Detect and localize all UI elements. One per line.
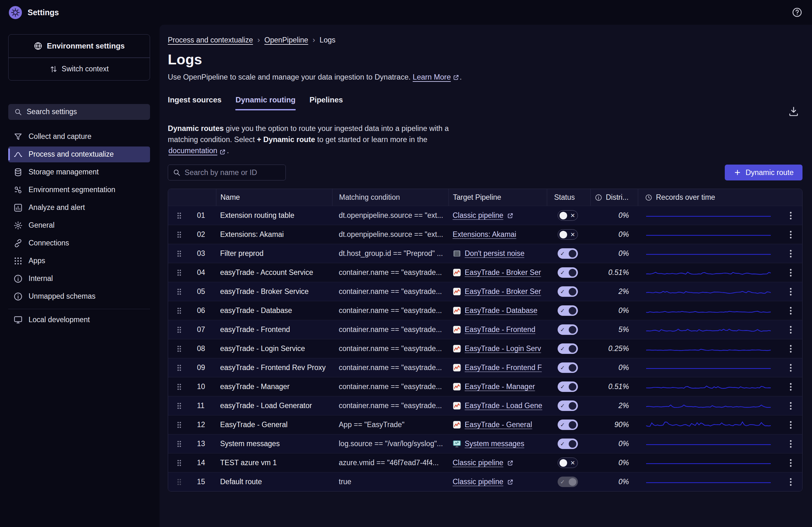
- sidebar-item-connections[interactable]: Connections: [8, 235, 150, 251]
- target-pipeline-link[interactable]: System messages: [453, 439, 524, 448]
- route-name: easyTrade - Account Service: [216, 268, 332, 277]
- status-toggle[interactable]: ✓: [557, 400, 578, 411]
- status-toggle[interactable]: ✓: [557, 381, 578, 392]
- sidebar-item-general[interactable]: General: [8, 218, 150, 233]
- kebab-menu-icon[interactable]: [789, 458, 792, 467]
- status-toggle[interactable]: ✓: [557, 305, 578, 316]
- drag-handle-icon[interactable]: [177, 402, 182, 410]
- drag-handle-icon[interactable]: [177, 307, 182, 314]
- download-button[interactable]: [788, 106, 799, 117]
- kebab-menu-icon[interactable]: [789, 268, 792, 277]
- header-name: Name: [216, 189, 332, 206]
- status-toggle[interactable]: ✓: [557, 477, 578, 487]
- target-pipeline-link[interactable]: EasyTrade - Database: [453, 306, 537, 315]
- add-dynamic-route-button[interactable]: Dynamic route: [725, 164, 803, 180]
- drag-handle-icon[interactable]: [177, 288, 182, 295]
- drag-handle-icon[interactable]: [177, 250, 182, 258]
- tab-dynamic-routing[interactable]: Dynamic routing: [235, 96, 295, 111]
- kebab-menu-icon[interactable]: [789, 439, 792, 448]
- kebab-menu-icon[interactable]: [789, 401, 792, 410]
- drag-handle-icon[interactable]: [177, 478, 182, 486]
- target-pipeline-link[interactable]: Classic pipeline: [453, 458, 514, 467]
- kebab-menu-icon[interactable]: [789, 306, 792, 315]
- route-search-input[interactable]: [168, 164, 286, 180]
- status-toggle[interactable]: ✓: [557, 363, 578, 373]
- drag-cell: [168, 421, 190, 429]
- target-cell: EasyTrade - Broker Ser: [449, 268, 547, 277]
- kebab-menu-icon[interactable]: [789, 211, 792, 220]
- matching-condition: dt.host_group.id == "Preprod" ...: [332, 249, 449, 258]
- tab-pipelines[interactable]: Pipelines: [309, 96, 343, 111]
- status-toggle[interactable]: ✓: [557, 439, 578, 449]
- kebab-menu-icon[interactable]: [789, 478, 792, 486]
- target-pipeline-link[interactable]: Extensions: Akamai: [453, 230, 517, 239]
- globe-icon: [34, 42, 43, 50]
- sidebar-item-local-development[interactable]: Local development: [8, 312, 150, 327]
- sidebar-item-internal[interactable]: Internal: [8, 271, 150, 287]
- drag-handle-icon[interactable]: [177, 326, 182, 334]
- matching-condition: log.source == "/var/log/syslog"...: [332, 439, 449, 448]
- kebab-menu-icon[interactable]: [789, 249, 792, 258]
- status-toggle[interactable]: ✓: [557, 286, 578, 297]
- kebab-menu-icon[interactable]: [789, 325, 792, 334]
- drag-handle-icon[interactable]: [177, 364, 182, 371]
- status-toggle[interactable]: ✓: [557, 248, 578, 259]
- settings-search[interactable]: Search settings: [8, 104, 150, 120]
- header-kebab-spacer: [779, 189, 802, 206]
- status-toggle[interactable]: ✓: [557, 343, 578, 354]
- kebab-menu-icon[interactable]: [789, 345, 792, 353]
- kebab-menu-icon[interactable]: [789, 363, 792, 372]
- kebab-menu-icon[interactable]: [789, 382, 792, 391]
- kebab-menu-icon[interactable]: [789, 287, 792, 296]
- target-pipeline-link[interactable]: EasyTrade - Frontend F: [453, 363, 542, 372]
- target-pipeline-link[interactable]: EasyTrade - Broker Ser: [453, 287, 541, 296]
- drag-handle-icon[interactable]: [177, 440, 182, 448]
- route-name: easyTrade - Load Generator: [216, 401, 332, 410]
- status-toggle[interactable]: ✕: [557, 229, 578, 240]
- switch-context-icon: [49, 65, 58, 73]
- breadcrumb-item-process-and-contextualize[interactable]: Process and contextualize: [168, 36, 253, 44]
- drag-handle-icon[interactable]: [177, 383, 182, 391]
- sidebar-item-unmapped-schemas[interactable]: Unmapped schemas: [8, 289, 150, 304]
- breadcrumb-item-openpipeline[interactable]: OpenPipeline: [264, 36, 308, 44]
- status-toggle[interactable]: ✓: [557, 324, 578, 335]
- status-toggle[interactable]: ✓: [557, 267, 578, 278]
- sidebar-item-storage-management[interactable]: Storage management: [8, 164, 150, 180]
- sidebar-item-environment-segmentation[interactable]: Environment segmentation: [8, 182, 150, 198]
- target-pipeline-link[interactable]: EasyTrade - Frontend: [453, 325, 535, 334]
- dynatrace-settings-logo-icon[interactable]: [8, 5, 23, 20]
- tab-ingest-sources[interactable]: Ingest sources: [168, 96, 221, 111]
- target-pipeline-link[interactable]: Don't persist noise: [453, 249, 524, 258]
- target-pipeline-link[interactable]: EasyTrade - Manager: [453, 382, 535, 391]
- sidebar-item-apps[interactable]: Apps: [8, 253, 150, 269]
- help-icon[interactable]: [792, 7, 802, 18]
- target-pipeline-link[interactable]: EasyTrade - Broker Ser: [453, 268, 541, 277]
- drag-handle-icon[interactable]: [177, 459, 182, 467]
- documentation-link[interactable]: documentation: [169, 145, 226, 156]
- switch-context-button[interactable]: Switch context: [9, 58, 150, 80]
- drag-handle-icon[interactable]: [177, 212, 182, 219]
- drag-handle-icon[interactable]: [177, 231, 182, 238]
- sidebar-item-analyze-and-alert[interactable]: Analyze and alert: [8, 200, 150, 216]
- table-row: 10 easyTrade - Manager container.name ==…: [168, 377, 802, 396]
- learn-more-link[interactable]: Learn More: [413, 73, 460, 82]
- sidebar-item-collect-and-capture[interactable]: Collect and capture: [8, 129, 150, 145]
- drag-handle-icon[interactable]: [177, 345, 182, 353]
- target-pipeline-link[interactable]: Classic pipeline: [453, 211, 514, 220]
- status-toggle[interactable]: ✕: [557, 210, 578, 221]
- target-pipeline-link[interactable]: EasyTrade - Load Gene: [453, 401, 542, 410]
- environment-settings-card: Environment settings Switch context: [8, 34, 150, 80]
- status-toggle[interactable]: ✕: [557, 457, 578, 468]
- drag-handle-icon[interactable]: [177, 421, 182, 429]
- status-toggle[interactable]: ✓: [557, 420, 578, 430]
- route-search-field[interactable]: [185, 169, 281, 177]
- drag-cell: [168, 345, 190, 353]
- target-pipeline-link[interactable]: Classic pipeline: [453, 478, 514, 486]
- target-pipeline-link[interactable]: EasyTrade - Login Serv: [453, 345, 541, 353]
- target-pipeline-label: EasyTrade - Broker Ser: [465, 268, 541, 277]
- kebab-menu-icon[interactable]: [789, 421, 792, 429]
- sidebar-item-process-and-contextualize[interactable]: Process and contextualize: [8, 146, 150, 162]
- drag-handle-icon[interactable]: [177, 269, 182, 277]
- target-pipeline-link[interactable]: EasyTrade - General: [453, 421, 532, 429]
- kebab-menu-icon[interactable]: [789, 230, 792, 239]
